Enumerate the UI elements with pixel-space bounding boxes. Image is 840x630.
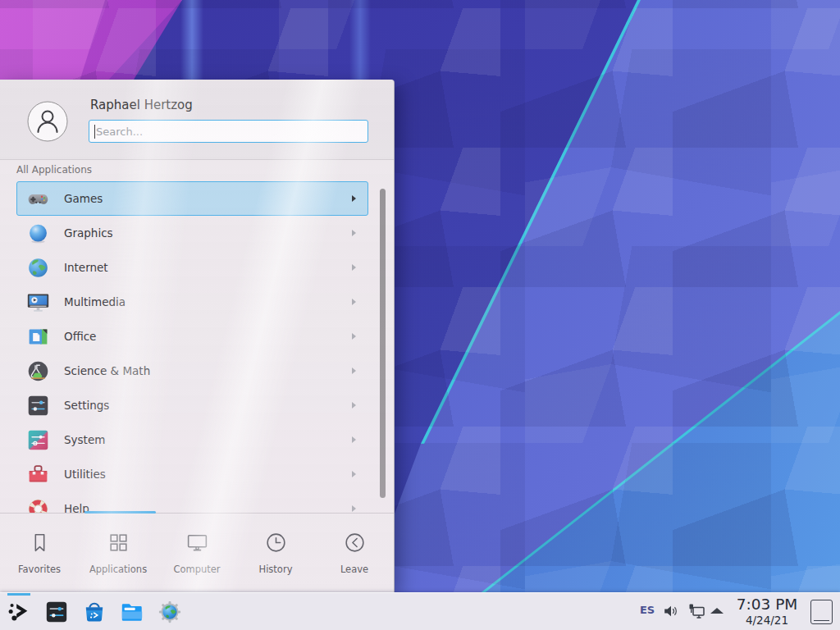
category-label: Utilities [64, 468, 106, 481]
application-launcher-menu: Raphael Hertzog All Applications Games G… [0, 80, 395, 592]
active-task-indicator [7, 593, 30, 596]
category-label: Graphics [64, 226, 113, 240]
submenu-arrow-icon [352, 436, 356, 443]
taskbar: ES 7:03 PM 4/24/21 [0, 592, 840, 630]
taskbar-system-settings-icon[interactable] [43, 599, 70, 625]
clock-time: 7:03 PM [731, 595, 803, 614]
category-label: Science & Math [64, 364, 150, 377]
leave-icon [343, 531, 367, 558]
launcher-tabbar: Favorites Applications Computer History … [0, 514, 395, 592]
multimedia-icon [25, 290, 50, 314]
category-label: Office [64, 330, 96, 343]
taskbar-app-launcher-icon[interactable] [6, 599, 32, 625]
clock-date: 4/24/21 [731, 614, 803, 627]
avatar[interactable] [27, 101, 68, 142]
text-caret [94, 125, 95, 139]
category-label: System [64, 433, 105, 446]
launcher-header: Raphael Hertzog [0, 80, 394, 160]
submenu-arrow-icon [352, 264, 356, 271]
taskbar-web-browser-icon[interactable] [157, 599, 183, 625]
tab-applications[interactable]: Applications [79, 514, 158, 592]
submenu-arrow-icon [352, 299, 356, 305]
category-item-help[interactable]: Help [16, 491, 368, 513]
submenu-arrow-icon [352, 195, 356, 202]
category-item-utilities[interactable]: Utilities [16, 457, 368, 491]
submenu-arrow-icon [352, 402, 356, 409]
tab-leave[interactable]: Leave [315, 514, 394, 592]
tab-computer[interactable]: Computer [158, 514, 236, 592]
submenu-arrow-icon [352, 333, 356, 340]
graphics-icon [25, 221, 50, 245]
internet-icon [25, 255, 50, 280]
search-input[interactable] [89, 121, 368, 142]
category-item-graphics[interactable]: Graphics [16, 216, 368, 250]
category-label: Games [64, 192, 103, 205]
section-label: All Applications [16, 164, 92, 176]
volume-icon[interactable] [662, 602, 680, 623]
clock[interactable]: 7:03 PM 4/24/21 [731, 595, 803, 627]
taskbar-app-icons [6, 593, 183, 630]
tab-label: Computer [173, 564, 220, 575]
category-label: Settings [64, 399, 109, 412]
office-icon [25, 324, 50, 349]
submenu-arrow-icon [352, 505, 356, 512]
tab-history[interactable]: History [236, 514, 315, 592]
computer-icon [185, 531, 209, 558]
category-item-internet[interactable]: Internet [16, 250, 368, 285]
category-item-office[interactable]: Office [16, 319, 368, 354]
category-label: Internet [64, 261, 108, 274]
favorites-icon [28, 531, 52, 558]
tab-label: Favorites [18, 564, 61, 575]
category-label: Multimedia [64, 295, 126, 308]
tab-favorites[interactable]: Favorites [0, 514, 79, 592]
system-icon [25, 427, 50, 452]
help-icon [25, 496, 50, 513]
utilities-icon [25, 462, 50, 486]
network-icon[interactable] [687, 601, 706, 624]
user-name: Raphael Hertzog [90, 98, 193, 112]
scrollbar-thumb[interactable] [380, 189, 386, 498]
search-field[interactable] [89, 120, 368, 143]
science-icon [25, 358, 50, 383]
category-item-settings[interactable]: Settings [16, 388, 368, 422]
expand-tray-icon[interactable] [710, 608, 724, 614]
taskbar-file-manager-icon[interactable] [119, 599, 145, 625]
desktop: Raphael Hertzog All Applications Games G… [0, 0, 840, 630]
history-icon [264, 531, 288, 558]
submenu-arrow-icon [352, 230, 356, 236]
category-item-system[interactable]: System [16, 422, 368, 457]
submenu-arrow-icon [352, 368, 356, 374]
games-icon [25, 186, 50, 211]
tab-label: History [259, 564, 293, 575]
keyboard-layout-indicator[interactable]: ES [637, 604, 658, 616]
submenu-arrow-icon [352, 471, 356, 477]
category-list: Games Graphics Internet Multimedia Offic… [16, 181, 368, 513]
category-item-multimedia[interactable]: Multimedia [16, 285, 368, 319]
applications-icon [107, 531, 130, 558]
tab-label: Applications [89, 564, 147, 575]
category-item-science-math[interactable]: Science & Math [16, 354, 368, 388]
settings-icon [25, 393, 50, 418]
show-desktop-button[interactable] [810, 600, 833, 624]
tab-label: Leave [340, 564, 368, 575]
taskbar-discover-icon[interactable] [81, 599, 107, 625]
category-item-games[interactable]: Games [16, 181, 368, 216]
